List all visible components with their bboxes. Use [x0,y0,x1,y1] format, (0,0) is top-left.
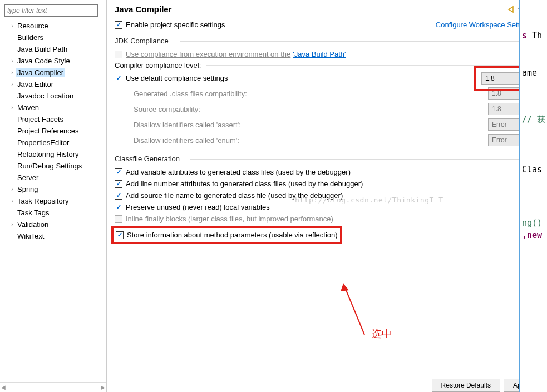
sidebar-item-label: Java Editor [16,80,55,89]
sidebar-item-label: Java Code Style [16,56,72,66]
sidebar-item-builders[interactable]: Builders [4,32,106,43]
src-compat-label: Source compatibility: [134,105,200,113]
enable-specific-label: Enable project specific settings [126,21,225,29]
classfile-label-1: Add line number attributes to generated … [126,180,363,188]
dis-assert-label: Disallow identifiers called 'assert': [134,121,241,129]
right-code-gutter: s Th ame // 获 Clas ng() ,new [519,0,546,392]
page-title: Java Compiler [115,4,172,14]
sidebar-item-project-references[interactable]: Project References [4,125,106,137]
sidebar-item-task-tags[interactable]: Task Tags [4,207,106,219]
sidebar-item-wikitext[interactable]: WikiText [4,230,106,242]
sidebar-item-label: Javadoc Location [16,91,75,101]
classfile-checkbox-5[interactable] [116,231,124,239]
sidebar-item-label: Run/Debug Settings [16,161,83,171]
classfile-group: Classfile Generation [115,155,539,163]
ccl-label: Compiler compliance level: [115,61,201,70]
chevron-right-icon[interactable]: › [9,186,16,192]
sidebar-item-refactoring-history[interactable]: Refactoring History [4,148,106,160]
sidebar-item-server[interactable]: Server [4,172,106,183]
classfile-option-4: Inline finally blocks (larger class file… [115,213,539,225]
classfile-label-5: Store information about method parameter… [127,231,338,239]
restore-defaults-button[interactable]: Restore Defaults [432,379,500,392]
sidebar-item-label: Refactoring History [16,150,81,159]
sidebar-item-resource[interactable]: ›Resource [4,20,106,32]
annotation-select: 选中 [372,327,392,340]
sidebar-item-java-editor[interactable]: ›Java Editor [4,78,106,90]
sidebar-item-spring[interactable]: ›Spring [4,183,106,195]
classfile-checkbox-2[interactable] [115,192,122,200]
chevron-right-icon[interactable]: › [9,105,16,111]
sidebar-item-java-code-style[interactable]: ›Java Code Style [4,55,106,67]
sidebar-item-project-facets[interactable]: Project Facets [4,113,106,125]
sidebar-item-java-build-path[interactable]: Java Build Path [4,43,106,55]
sidebar-item-label: WikiText [16,231,46,241]
classfile-label-0: Add variable attributes to generated cla… [126,168,351,176]
sidebar-item-label: Resource [16,21,50,31]
classfile-option-0: Add variable attributes to generated cla… [115,166,539,178]
sidebar-item-java-compiler[interactable]: ›Java Compiler [4,67,106,78]
use-default-label: Use default compliance settings [126,74,228,82]
sidebar-item-label: Validation [16,220,50,229]
chevron-right-icon[interactable]: › [9,58,16,64]
classfile-option-1: Add line number attributes to generated … [115,178,539,190]
use-exec-env-checkbox [115,51,122,58]
chevron-right-icon[interactable]: › [9,81,16,87]
sidebar-item-label: Java Build Path [16,44,69,54]
sidebar-item-label: Project Facets [16,115,65,124]
enable-specific-checkbox[interactable] [115,21,122,29]
sidebar-hscroll[interactable]: ◀▶ [0,382,106,392]
chevron-right-icon[interactable]: › [9,198,16,204]
sidebar-item-label: Java Compiler [16,68,65,77]
sidebar-item-maven[interactable]: ›Maven [4,102,106,113]
filter-input[interactable] [4,4,98,17]
main-panel: Java Compiler ▼ ▼ Enable project specifi… [107,0,547,392]
sidebar-item-label: Spring [16,185,40,194]
sidebar-item-label: PropertiesEditor [16,138,71,147]
classfile-label-4: Inline finally blocks (larger class file… [126,215,333,223]
sidebar-item-propertieseditor[interactable]: PropertiesEditor [4,137,106,148]
classfile-checkbox-1[interactable] [115,180,122,188]
tree: ›ResourceBuildersJava Build Path›Java Co… [0,19,106,382]
back-icon[interactable] [507,6,515,13]
classfile-checkbox-4 [115,215,122,223]
sidebar: ›ResourceBuildersJava Build Path›Java Co… [0,0,107,392]
classfile-label-3: Preserve unused (never read) local varia… [126,203,270,211]
sidebar-item-label: Server [16,173,40,182]
chevron-right-icon[interactable]: › [9,221,16,227]
sidebar-item-label: Project References [16,126,81,136]
sidebar-item-validation[interactable]: ›Validation [4,219,106,230]
sidebar-item-label: Task Repository [16,196,70,206]
use-default-checkbox[interactable] [115,75,122,82]
sidebar-item-run-debug-settings[interactable]: Run/Debug Settings [4,160,106,172]
sidebar-item-javadoc-location[interactable]: Javadoc Location [4,90,106,102]
watermark: http://blog.csdn.net/ThinkingT_T [295,196,443,204]
chevron-right-icon[interactable]: › [9,70,16,76]
sidebar-item-label: Builders [16,33,45,42]
sidebar-item-task-repository[interactable]: ›Task Repository [4,195,106,207]
gen-class-label: Generated .class files compatibility: [134,90,247,98]
classfile-checkbox-3[interactable] [115,204,122,211]
java-build-path-link[interactable]: 'Java Build Path' [293,50,346,58]
jdk-compliance-group: JDK Compliance [115,37,539,45]
chevron-right-icon[interactable]: › [9,23,16,29]
classfile-checkbox-0[interactable] [115,168,122,176]
highlight-store-params: Store information about method parameter… [111,226,342,244]
sidebar-item-label: Maven [16,103,41,112]
use-exec-env-label: Use compliance from execution environmen… [126,50,290,58]
sidebar-item-label: Task Tags [16,208,51,217]
dis-enum-label: Disallow identifiers called 'enum': [134,136,239,145]
classfile-option-5: Store information about method parameter… [116,229,338,241]
